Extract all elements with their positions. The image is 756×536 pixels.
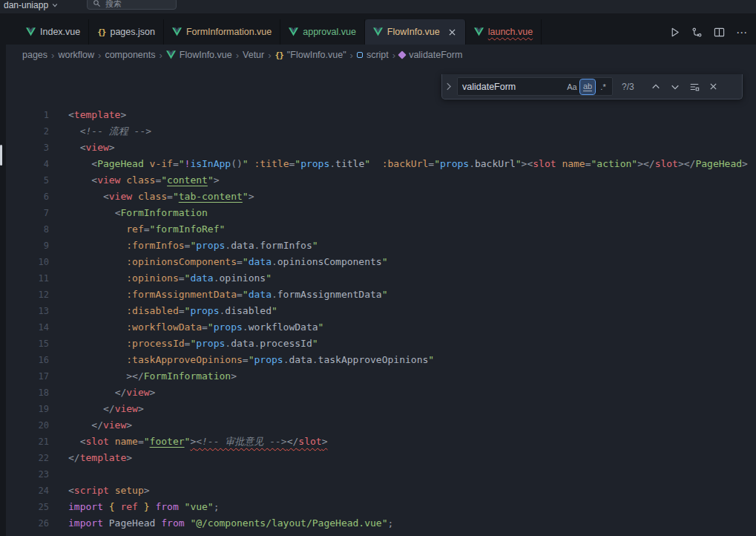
- code-token: :disabled: [126, 305, 178, 316]
- line-number: 16: [6, 352, 49, 368]
- code-token: .: [329, 158, 335, 169]
- code-token: ": [208, 321, 214, 333]
- code-token: props: [254, 354, 283, 365]
- toggle-replace-button[interactable]: [442, 74, 454, 99]
- code-token: FormInformation: [144, 370, 231, 382]
- find-input[interactable]: [462, 82, 564, 92]
- code-token: >: [120, 109, 126, 120]
- code-line: 19 </view>: [6, 401, 756, 417]
- code-token: template: [80, 452, 127, 463]
- split-editor-button[interactable]: [714, 27, 725, 38]
- code-token: </: [91, 419, 103, 431]
- code-token: ;: [214, 501, 220, 512]
- breadcrumb-item-components[interactable]: components: [105, 50, 155, 60]
- code-text: <script setup>: [68, 483, 150, 499]
- breadcrumb-item-flowinfo-vue[interactable]: {}"FlowInfo.vue": [275, 50, 346, 60]
- code-token: >: [231, 370, 237, 382]
- code-text: import PageHead from "@/components/layou…: [68, 515, 393, 532]
- code-text: :formInfos="props.data.formInfos": [68, 238, 318, 254]
- code-token: .: [272, 256, 277, 267]
- code-token: ></: [678, 158, 695, 169]
- breadcrumb-item-vetur[interactable]: Vetur: [243, 50, 264, 60]
- code-line: 20 </view>: [6, 417, 756, 434]
- code-token: view: [126, 387, 149, 398]
- code-token: disabled: [225, 305, 272, 316]
- line-number: 21: [6, 434, 49, 450]
- tab-approval-vue[interactable]: approval.vue: [280, 19, 365, 45]
- tab-pages-json[interactable]: {}pages.json: [89, 19, 164, 45]
- whole-word-button[interactable]: ab: [580, 79, 595, 94]
- code-token: :backUrl: [382, 158, 429, 169]
- match-case-button[interactable]: Aa: [565, 79, 579, 94]
- breadcrumb-item-script[interactable]: script: [357, 50, 389, 60]
- code-line: 14 :workflowData="props.workflowData": [6, 319, 756, 336]
- code-token: ": [208, 174, 214, 186]
- close-find-button[interactable]: [706, 79, 722, 95]
- breadcrumb-item-flowinfo-vue[interactable]: FlowInfo.vue: [166, 50, 232, 60]
- code-text: :workflowData="props.workflowData": [68, 319, 323, 336]
- code-text: <PageHead v-if="!isInApp()" :title="prop…: [68, 156, 748, 172]
- find-previous-button[interactable]: [648, 79, 664, 95]
- code-editor[interactable]: 1<template>2 <!-- 流程 -->3 <view>4 <PageH…: [6, 65, 756, 536]
- code-token: .: [225, 338, 231, 349]
- code-token: =: [138, 436, 144, 447]
- line-number: 12: [6, 287, 49, 303]
- code-token: slot: [533, 158, 556, 169]
- code-token: props: [214, 321, 243, 333]
- tab-label: launch.vue: [488, 27, 533, 37]
- code-text: :disabled="props.disabled": [68, 303, 277, 319]
- line-number: 10: [6, 254, 49, 270]
- window-title-menu[interactable]: dan-uniapp: [4, 0, 58, 12]
- code-token: formInfos: [260, 240, 312, 251]
- code-token: PageHead: [103, 517, 161, 529]
- code-token: name: [115, 436, 138, 447]
- line-number: 6: [6, 189, 49, 205]
- code-token: <: [68, 485, 74, 496]
- run-button[interactable]: [669, 27, 680, 38]
- close-icon[interactable]: [447, 27, 457, 37]
- vue-icon: [474, 27, 484, 36]
- code-token: ": [243, 256, 249, 267]
- line-number: 3: [6, 140, 49, 156]
- breadcrumb-item-pages[interactable]: pages: [22, 50, 47, 60]
- code-token: ": [364, 158, 370, 169]
- find-input-box: Aa ab .*: [457, 77, 613, 96]
- code-line: 17 ></FormInformation>: [6, 368, 756, 385]
- code-token: processId: [260, 338, 312, 349]
- code-token: =: [585, 158, 591, 169]
- code-text: :taskApproveOpinions="props.data.taskApp…: [68, 352, 434, 368]
- code-text: :formAssignmentData="data.formAssignment…: [68, 287, 388, 303]
- breadcrumb-item-workflow[interactable]: workflow: [58, 50, 94, 60]
- code-token: class: [138, 191, 167, 202]
- code-token: =: [173, 158, 179, 169]
- tab-index-vue[interactable]: Index.vue: [18, 19, 89, 45]
- line-number: 24: [6, 483, 49, 499]
- search-icon: [93, 0, 101, 9]
- code-token: ": [173, 191, 179, 202]
- code-token: :opinions: [126, 272, 178, 284]
- regex-button[interactable]: .*: [596, 79, 611, 94]
- line-number: 14: [6, 319, 49, 336]
- breadcrumb-item-validateform[interactable]: validateForm: [399, 50, 462, 60]
- code-token: </: [68, 452, 80, 463]
- code-token: from: [161, 517, 184, 529]
- find-in-selection-button[interactable]: [686, 79, 703, 95]
- command-center-search[interactable]: 搜索: [87, 0, 177, 10]
- code-token: v-if: [150, 158, 173, 169]
- open-changes-button[interactable]: [691, 27, 703, 38]
- window-title: dan-uniapp: [4, 0, 48, 10]
- code-line: 13 :disabled="props.disabled": [6, 303, 756, 319]
- code-token: ><: [522, 158, 533, 169]
- code-token: opinions: [220, 272, 266, 284]
- code-token: isInApp: [190, 158, 231, 169]
- code-token: script: [74, 485, 109, 496]
- code-token: class: [126, 174, 155, 186]
- more-button[interactable]: ⋯: [736, 27, 747, 38]
- tab-flowinfo-vue[interactable]: FlowInfo.vue: [365, 19, 466, 45]
- tab-launch-vue[interactable]: launch.vue: [466, 19, 542, 45]
- tab-forminformation-vue[interactable]: FormInformation.vue: [164, 19, 280, 45]
- code-token: >: [126, 419, 132, 431]
- find-next-button[interactable]: [667, 79, 683, 95]
- code-token: >: [144, 485, 150, 496]
- code-token: :taskApproveOpinions: [126, 354, 243, 365]
